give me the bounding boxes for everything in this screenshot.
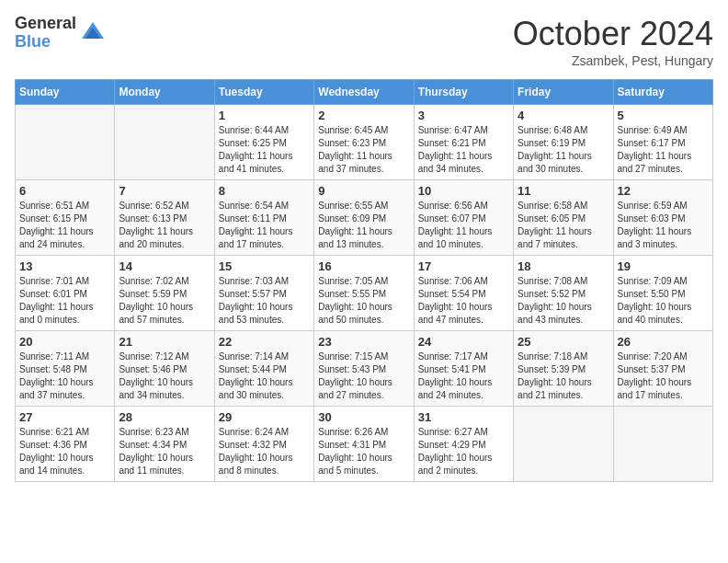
calendar-cell: 2Sunrise: 6:45 AM Sunset: 6:23 PM Daylig… [314,105,414,180]
col-header-thursday: Thursday [414,80,513,105]
col-header-friday: Friday [514,80,613,105]
calendar-week-row: 6Sunrise: 6:51 AM Sunset: 6:15 PM Daylig… [16,180,713,256]
calendar-cell: 15Sunrise: 7:03 AM Sunset: 5:57 PM Dayli… [214,256,313,331]
calendar-cell: 23Sunrise: 7:15 AM Sunset: 5:43 PM Dayli… [314,331,414,407]
day-number: 24 [418,335,509,349]
day-info: Sunrise: 6:55 AM Sunset: 6:09 PM Dayligh… [318,200,409,251]
day-number: 18 [518,259,609,273]
day-number: 28 [119,410,210,424]
calendar-cell: 9Sunrise: 6:55 AM Sunset: 6:09 PM Daylig… [314,180,414,256]
calendar-cell: 12Sunrise: 6:59 AM Sunset: 6:03 PM Dayli… [613,180,712,256]
calendar-cell: 29Sunrise: 6:24 AM Sunset: 4:32 PM Dayli… [214,407,313,482]
day-info: Sunrise: 6:47 AM Sunset: 6:21 PM Dayligh… [418,124,509,176]
day-info: Sunrise: 7:01 AM Sunset: 6:01 PM Dayligh… [19,275,110,327]
day-info: Sunrise: 6:44 AM Sunset: 6:25 PM Dayligh… [219,124,310,176]
day-info: Sunrise: 6:27 AM Sunset: 4:29 PM Dayligh… [418,426,509,477]
day-number: 8 [219,184,310,198]
calendar-cell: 3Sunrise: 6:47 AM Sunset: 6:21 PM Daylig… [414,105,513,180]
day-number: 1 [219,109,310,122]
calendar-cell: 18Sunrise: 7:08 AM Sunset: 5:52 PM Dayli… [514,256,613,331]
calendar-header-row: SundayMondayTuesdayWednesdayThursdayFrid… [16,80,713,105]
calendar-cell: 31Sunrise: 6:27 AM Sunset: 4:29 PM Dayli… [414,407,513,482]
day-info: Sunrise: 7:20 AM Sunset: 5:37 PM Dayligh… [618,350,709,402]
day-number: 22 [219,335,310,349]
calendar-cell [115,105,214,180]
day-info: Sunrise: 7:05 AM Sunset: 5:55 PM Dayligh… [318,275,409,327]
day-info: Sunrise: 7:12 AM Sunset: 5:46 PM Dayligh… [119,350,210,402]
calendar-week-row: 13Sunrise: 7:01 AM Sunset: 6:01 PM Dayli… [16,256,713,331]
day-number: 11 [518,184,609,198]
day-info: Sunrise: 6:58 AM Sunset: 6:05 PM Dayligh… [518,200,609,251]
calendar-cell: 16Sunrise: 7:05 AM Sunset: 5:55 PM Dayli… [314,256,414,331]
day-info: Sunrise: 6:45 AM Sunset: 6:23 PM Dayligh… [318,124,409,176]
day-info: Sunrise: 7:18 AM Sunset: 5:39 PM Dayligh… [518,350,609,402]
day-info: Sunrise: 6:24 AM Sunset: 4:32 PM Dayligh… [219,426,310,477]
calendar-cell: 6Sunrise: 6:51 AM Sunset: 6:15 PM Daylig… [16,180,115,256]
day-number: 16 [318,259,409,273]
day-info: Sunrise: 6:48 AM Sunset: 6:19 PM Dayligh… [518,124,609,176]
calendar-cell: 26Sunrise: 7:20 AM Sunset: 5:37 PM Dayli… [613,331,712,407]
calendar-cell: 5Sunrise: 6:49 AM Sunset: 6:17 PM Daylig… [613,105,712,180]
calendar-cell: 11Sunrise: 6:58 AM Sunset: 6:05 PM Dayli… [514,180,613,256]
day-number: 26 [618,335,709,349]
day-number: 9 [318,184,409,198]
day-number: 19 [618,259,709,273]
day-info: Sunrise: 6:51 AM Sunset: 6:15 PM Dayligh… [19,200,110,251]
day-number: 14 [119,259,210,273]
logo-blue-text: Blue [15,33,76,52]
calendar-cell: 1Sunrise: 6:44 AM Sunset: 6:25 PM Daylig… [214,105,313,180]
day-info: Sunrise: 6:59 AM Sunset: 6:03 PM Dayligh… [618,200,709,251]
calendar-cell: 14Sunrise: 7:02 AM Sunset: 5:59 PM Dayli… [115,256,214,331]
calendar-cell [16,105,115,180]
logo: General Blue [15,15,106,52]
day-number: 29 [219,410,310,424]
calendar-cell: 30Sunrise: 6:26 AM Sunset: 4:31 PM Dayli… [314,407,414,482]
day-number: 30 [318,410,409,424]
day-number: 31 [418,410,509,424]
day-info: Sunrise: 6:54 AM Sunset: 6:11 PM Dayligh… [219,200,310,251]
day-number: 10 [418,184,509,198]
calendar-cell: 7Sunrise: 6:52 AM Sunset: 6:13 PM Daylig… [115,180,214,256]
day-info: Sunrise: 6:52 AM Sunset: 6:13 PM Dayligh… [119,200,210,251]
day-number: 3 [418,109,509,122]
day-number: 17 [418,259,509,273]
day-info: Sunrise: 7:17 AM Sunset: 5:41 PM Dayligh… [418,350,509,402]
col-header-wednesday: Wednesday [314,80,414,105]
day-number: 2 [318,109,409,122]
day-number: 6 [19,184,110,198]
calendar-cell [514,407,613,482]
day-number: 21 [119,335,210,349]
calendar-cell: 21Sunrise: 7:12 AM Sunset: 5:46 PM Dayli… [115,331,214,407]
day-number: 27 [19,410,110,424]
day-info: Sunrise: 6:26 AM Sunset: 4:31 PM Dayligh… [318,426,409,477]
col-header-saturday: Saturday [613,80,712,105]
calendar-cell: 20Sunrise: 7:11 AM Sunset: 5:48 PM Dayli… [16,331,115,407]
day-number: 4 [518,109,609,122]
day-number: 5 [618,109,709,122]
day-number: 20 [19,335,110,349]
calendar-cell: 24Sunrise: 7:17 AM Sunset: 5:41 PM Dayli… [414,331,513,407]
calendar-week-row: 27Sunrise: 6:21 AM Sunset: 4:36 PM Dayli… [16,407,713,482]
day-number: 23 [318,335,409,349]
calendar-cell: 17Sunrise: 7:06 AM Sunset: 5:54 PM Dayli… [414,256,513,331]
day-number: 12 [618,184,709,198]
day-info: Sunrise: 7:03 AM Sunset: 5:57 PM Dayligh… [219,275,310,327]
col-header-monday: Monday [115,80,214,105]
day-number: 13 [19,259,110,273]
day-number: 7 [119,184,210,198]
day-number: 15 [219,259,310,273]
day-info: Sunrise: 6:23 AM Sunset: 4:34 PM Dayligh… [119,426,210,477]
calendar-cell: 13Sunrise: 7:01 AM Sunset: 6:01 PM Dayli… [16,256,115,331]
day-info: Sunrise: 7:02 AM Sunset: 5:59 PM Dayligh… [119,275,210,327]
col-header-sunday: Sunday [16,80,115,105]
calendar-week-row: 20Sunrise: 7:11 AM Sunset: 5:48 PM Dayli… [16,331,713,407]
logo-general-text: General [15,15,76,33]
day-number: 25 [518,335,609,349]
calendar-week-row: 1Sunrise: 6:44 AM Sunset: 6:25 PM Daylig… [16,105,713,180]
day-info: Sunrise: 7:08 AM Sunset: 5:52 PM Dayligh… [518,275,609,327]
day-info: Sunrise: 7:06 AM Sunset: 5:54 PM Dayligh… [418,275,509,327]
day-info: Sunrise: 7:14 AM Sunset: 5:44 PM Dayligh… [219,350,310,402]
day-info: Sunrise: 7:09 AM Sunset: 5:50 PM Dayligh… [618,275,709,327]
col-header-tuesday: Tuesday [214,80,313,105]
page-header: General Blue October 2024 Zsambek, Pest,… [15,15,713,68]
